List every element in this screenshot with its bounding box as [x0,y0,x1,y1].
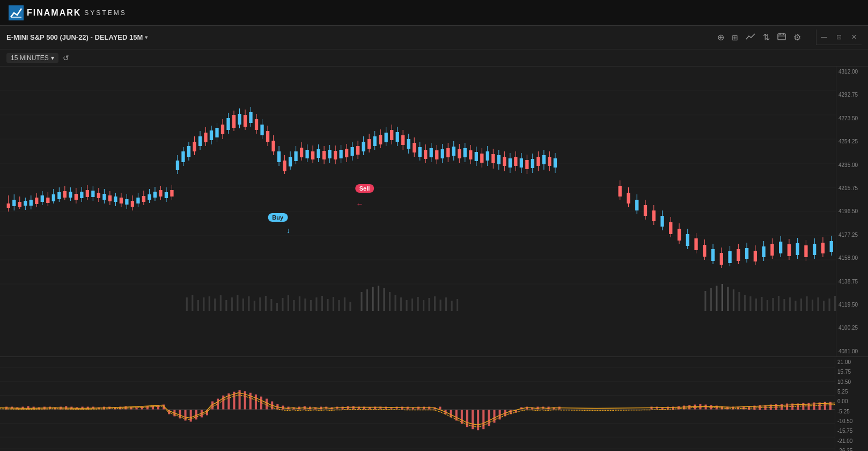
symbol-text: E-MINI S&P 500 (JUN-22) - DELAYED 15M [6,33,143,41]
svg-rect-201 [311,151,314,159]
sell-signal-label: Sell [355,184,374,193]
svg-rect-32 [282,298,283,311]
svg-rect-53 [406,300,407,311]
svg-rect-121 [86,190,89,197]
svg-rect-323 [762,246,765,257]
svg-rect-70 [744,295,746,311]
svg-rect-141 [142,196,145,202]
svg-rect-81 [806,296,807,311]
svg-rect-229 [390,130,393,140]
svg-rect-48 [378,286,379,311]
svg-rect-65 [716,286,717,311]
crosshair-icon[interactable]: ⊕ [717,32,724,42]
svg-rect-382 [152,406,154,410]
svg-rect-305 [686,234,689,246]
svg-rect-46 [366,289,368,311]
svg-rect-50 [389,292,391,311]
svg-rect-51 [394,295,396,311]
svg-rect-275 [520,158,523,168]
svg-rect-77 [783,299,785,311]
svg-rect-54 [411,299,413,311]
refresh-icon[interactable]: ↺ [63,54,69,62]
svg-rect-27 [254,301,255,311]
osc-label-0: 21.00 [837,359,866,365]
svg-rect-55 [417,297,418,311]
svg-rect-155 [181,151,185,162]
svg-rect-175 [238,114,241,125]
svg-rect-82 [812,300,813,311]
svg-rect-281 [536,157,540,166]
osc-label-9: -26.25 [837,448,866,451]
svg-rect-239 [418,147,422,157]
logo-finamark: FINAMARK [27,8,81,18]
svg-rect-111 [57,192,61,199]
svg-rect-24 [237,295,238,311]
svg-rect-163 [204,133,207,142]
svg-rect-259 [475,152,478,161]
svg-rect-283 [542,155,546,164]
oscillator-svg [0,357,835,451]
price-level-icon[interactable]: ⊞ [732,33,738,42]
restore-button[interactable]: ⊡ [832,30,847,45]
svg-rect-63 [704,291,706,311]
svg-rect-187 [271,141,275,151]
toolbar-right: ⊕ ⊞ ⇅ ⚙ [717,32,801,43]
price-label-1: 4292.75 [838,92,866,98]
svg-rect-181 [255,119,258,130]
symbol-label[interactable]: E-MINI S&P 500 (JUN-22) - DELAYED 15M ▾ [6,33,148,41]
oscillator-scale: 21.00 15.75 10.50 5.25 0.00 -5.25 -10.50… [835,357,868,451]
svg-rect-279 [531,159,534,168]
svg-rect-57 [428,298,430,311]
svg-rect-23 [231,297,233,311]
svg-rect-443 [482,410,484,429]
svg-rect-44 [349,302,351,311]
svg-rect-39 [321,296,323,311]
price-label-8: 4158.00 [838,255,866,261]
svg-rect-167 [215,128,218,137]
svg-rect-313 [720,253,723,265]
svg-rect-271 [509,158,512,168]
settings-icon[interactable]: ⚙ [793,32,801,42]
svg-rect-159 [193,142,196,151]
layers-icon[interactable]: ⇅ [763,32,770,42]
minimize-button[interactable]: — [816,30,832,45]
svg-rect-76 [778,296,779,311]
svg-rect-20 [214,299,216,311]
timeframe-chevron: ▾ [51,54,54,62]
price-label-11: 4100.25 [838,325,866,331]
svg-rect-147 [159,190,162,197]
svg-rect-125 [97,193,100,198]
svg-rect-137 [131,201,134,207]
svg-rect-66 [722,284,723,311]
svg-rect-60 [445,297,447,311]
svg-rect-35 [299,296,300,311]
svg-rect-403 [266,399,268,410]
svg-rect-191 [283,161,286,171]
svg-rect-253 [458,149,461,158]
timeframe-row: 15 MINUTES ▾ ↺ [0,49,868,67]
svg-rect-243 [430,148,433,157]
svg-rect-223 [373,136,377,146]
svg-rect-22 [225,300,227,311]
svg-rect-213 [345,149,348,157]
svg-rect-139 [136,198,139,203]
main-chart[interactable]: Sell Buy ← ↓ 4312.00 4292.75 4273.50 425… [0,67,868,357]
svg-rect-419 [352,406,355,410]
close-button[interactable]: ✕ [847,30,862,45]
svg-rect-209 [334,151,337,159]
svg-rect-101 [30,200,33,206]
timeframe-selector[interactable]: 15 MINUTES ▾ [6,53,58,63]
svg-rect-42 [338,300,340,311]
svg-rect-151 [170,190,173,197]
svg-rect-19 [209,296,210,311]
svg-rect-297 [652,210,656,221]
price-label-3: 4254.25 [838,139,866,144]
chart-type-icon[interactable] [746,33,755,42]
svg-rect-31 [276,303,278,311]
calendar-icon[interactable] [777,32,786,43]
svg-rect-195 [294,151,297,161]
svg-rect-131 [114,197,117,202]
logo: FINAMARK SYSTEMS [9,5,127,20]
svg-rect-207 [328,150,331,158]
svg-rect-401 [255,395,257,410]
